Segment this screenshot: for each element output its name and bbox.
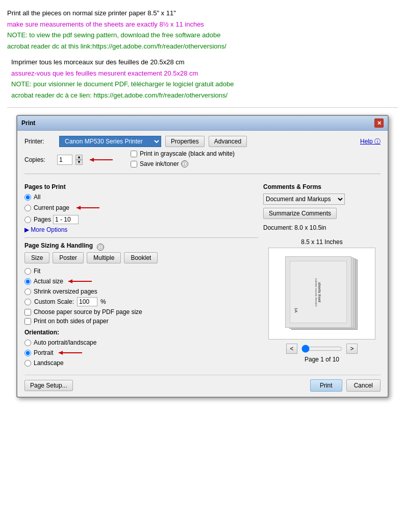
instructions-english: Print all the pieces on normal size prin… [7,8,398,51]
grayscale-checkbox[interactable] [131,151,137,157]
english-line1: Print all the pieces on normal size prin… [7,8,398,18]
pages-radio[interactable] [24,216,31,223]
spin-down[interactable]: ▼ [75,160,83,165]
properties-button[interactable]: Properties [165,136,205,147]
prev-page-button[interactable]: < [286,344,297,354]
page-slider[interactable] [301,347,342,351]
copies-arrow [85,155,115,165]
custom-scale-row: Custom Scale: % [24,297,258,306]
size-button[interactable]: Size [24,252,49,263]
auto-portrait-radio[interactable] [24,340,31,346]
svg-marker-5 [68,279,72,283]
all-radio-row: All [24,194,258,201]
actual-size-radio[interactable] [24,278,31,285]
dialog-titlebar: Print ✕ [17,116,388,131]
preview-text1: shorts front [318,278,321,306]
document-info: Document: 8.0 x 10.5in [263,224,381,231]
auto-portrait-label: Auto portrait/landscape [34,339,96,346]
grayscale-row: Print in grayscale (black and white) [131,150,235,157]
both-sides-row: Print on both sides of paper [24,318,258,325]
copies-spinner[interactable]: ▲ ▼ [75,155,83,165]
percent-label: % [100,298,106,305]
current-radio[interactable] [24,205,31,211]
actual-size-radio-row: Actual size [24,278,63,285]
all-radio[interactable] [24,194,31,201]
printer-select[interactable]: Canon MP530 Series Printer [59,136,161,147]
sizing-buttons: Size Poster Multiple Booklet [24,252,258,263]
more-options[interactable]: ▶ More Options [24,226,258,233]
comments-forms-select[interactable]: Document and Markups [263,194,345,205]
spin-up[interactable]: ▲ [75,155,83,160]
help-link[interactable]: Help ⓘ [360,137,381,146]
print-button[interactable]: Print [310,379,342,392]
scale-input[interactable] [77,297,97,306]
preview-nav: < > [263,344,381,354]
dialog-footer: Page Setup... Print Cancel [24,375,381,392]
portrait-radio-row: Portrait [24,349,54,356]
advanced-button[interactable]: Advanced [209,136,247,147]
cancel-button[interactable]: Cancel [346,379,381,392]
portrait-radio[interactable] [24,350,31,356]
pdf-page-size-label: Choose paper source by PDF page size [34,308,142,316]
french-line4: acrobat reader dc à ce lien: https://get… [11,90,398,101]
pdf-page-size-row: Choose paper source by PDF page size [24,308,258,316]
pages-radio-row: Pages [24,215,258,224]
auto-portrait-row: Auto portrait/landscape [24,339,258,346]
page-setup-button[interactable]: Page Setup... [24,380,73,391]
booklet-button[interactable]: Booklet [124,252,158,263]
fit-label: Fit [34,268,40,275]
sizing-section-header: Page Sizing & Handling ⓘ [24,242,258,252]
english-line3: NOTE: to view the pdf sewing pattern, do… [7,30,398,40]
dialog-title: Print [21,119,35,127]
page-count: Page 1 of 10 [263,356,381,363]
top-divider [24,174,381,174]
all-label: All [34,194,40,201]
save-ink-checkbox[interactable] [131,161,137,167]
sizing-info-icon[interactable]: ⓘ [97,244,104,251]
summarize-button[interactable]: Summarize Comments [263,208,337,219]
instructions-french: Imprimer tous les morceaux sur des feuil… [7,57,398,100]
shrink-label: Shrink oversized pages [34,288,97,295]
portrait-arrow [56,348,84,357]
right-panel: Comments & Forms Document and Markups Su… [263,178,381,369]
poster-button[interactable]: Poster [53,252,84,263]
fit-radio-row: Fit [24,268,258,275]
close-button[interactable]: ✕ [374,118,384,128]
printer-label: Printer: [24,138,55,145]
actual-size-label: Actual size [34,278,63,285]
custom-scale-label: Custom Scale: [34,298,74,305]
save-ink-info-icon[interactable]: ⓘ [181,160,188,167]
dialog-body: Printer: Canon MP530 Series Printer Prop… [17,131,388,397]
current-radio-row: Current page [24,204,69,211]
both-sides-checkbox[interactable] [24,318,31,325]
grayscale-label: Print in grayscale (black and white) [140,150,235,157]
both-sides-label: Print on both sides of paper [34,318,109,325]
landscape-radio[interactable] [24,360,31,367]
save-ink-row: Save ink/toner ⓘ [131,160,235,167]
next-page-button[interactable]: > [346,344,358,354]
pages-section-title: Pages to Print [24,183,258,190]
actual-size-arrow [65,277,94,286]
section-divider [7,107,398,108]
pages-label: Pages [34,216,51,223]
sizing-section-title: Page Sizing & Handling [24,242,93,249]
pdf-page-size-checkbox[interactable] [24,309,31,316]
svg-marker-7 [59,351,63,355]
preview-box: shorts front culotte courte devant 1A [268,248,375,340]
custom-scale-radio[interactable] [24,299,31,305]
shrink-radio[interactable] [24,288,31,295]
orientation-title: Orientation: [24,329,258,336]
current-page-arrow [71,203,102,213]
svg-marker-3 [77,206,81,210]
french-line3: NOTE: pour visionner le document PDF, té… [11,79,398,89]
english-line2: make sure measurements of the sheets are… [7,19,398,30]
pages-range-input[interactable] [53,215,79,224]
current-label: Current page [34,204,69,211]
copies-label: Copies: [24,156,55,163]
preview-text2: culotte courte devant [315,278,318,306]
comments-forms-select-container: Document and Markups [263,194,381,205]
landscape-label: Landscape [34,359,64,367]
fit-radio[interactable] [24,268,31,275]
multiple-button[interactable]: Multiple [87,252,121,263]
copies-input[interactable] [57,155,72,165]
